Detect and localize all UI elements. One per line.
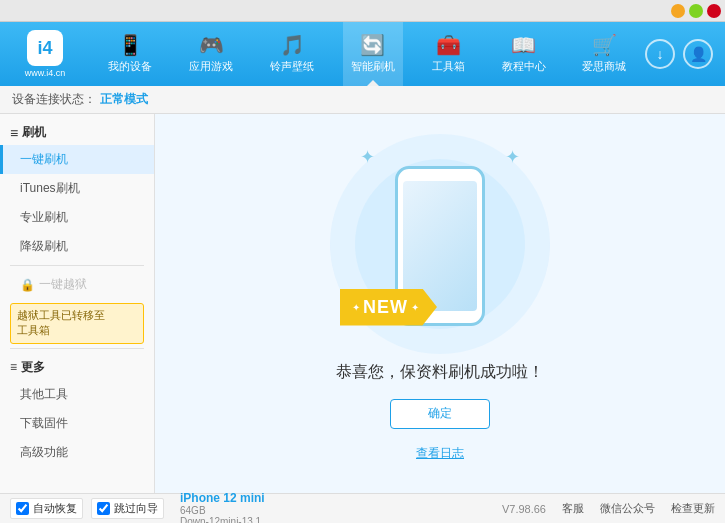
- nav-item-smart-flash[interactable]: 🔄 智能刷机: [343, 22, 403, 86]
- nav-label-apps-games: 应用游戏: [189, 59, 233, 74]
- nav-label-my-device: 我的设备: [108, 59, 152, 74]
- main-layout: ≡ 刷机 一键刷机 iTunes刷机 专业刷机 降级刷机 🔒 一键越狱 越狱工具…: [0, 114, 725, 493]
- bottom-left: 自动恢复 跳过向导 iPhone 12 mini 64GB Down-12min…: [10, 491, 265, 524]
- new-star-left: ✦: [352, 302, 360, 313]
- dot-tr: ✦: [505, 146, 520, 168]
- nav-item-ringtones[interactable]: 🎵 铃声壁纸: [262, 22, 322, 86]
- sidebar-item-itunes-flash[interactable]: iTunes刷机: [0, 174, 154, 203]
- nav-item-store[interactable]: 🛒 爱思商城: [574, 22, 634, 86]
- sidebar-item-download-firmware[interactable]: 下载固件: [0, 409, 154, 438]
- sidebar-item-pro-flash[interactable]: 专业刷机: [0, 203, 154, 232]
- logo-icon: i4: [27, 30, 63, 66]
- logo-area: i4 www.i4.cn: [0, 30, 90, 78]
- user-button[interactable]: 👤: [683, 39, 713, 69]
- minimize-button[interactable]: [671, 4, 685, 18]
- version-text: V7.98.66: [502, 503, 546, 515]
- status-bar: 设备连接状态： 正常模式: [0, 86, 725, 114]
- new-ribbon: ✦ NEW ✦: [340, 289, 437, 326]
- my-device-icon: 📱: [118, 35, 143, 55]
- auto-restore-label: 自动恢复: [33, 501, 77, 516]
- support-link[interactable]: 客服: [562, 501, 584, 516]
- nav-item-toolbox[interactable]: 🧰 工具箱: [424, 22, 473, 86]
- dot-tl: ✦: [360, 146, 375, 168]
- jailbreak-label: 一键越狱: [39, 276, 87, 293]
- close-button[interactable]: [707, 4, 721, 18]
- lock-icon: 🔒: [20, 278, 35, 292]
- confirm-button[interactable]: 确定: [390, 399, 490, 429]
- ringtones-icon: 🎵: [280, 35, 305, 55]
- store-icon: 🛒: [592, 35, 617, 55]
- nav-right: ↓ 👤: [645, 39, 725, 69]
- device-version: Down-12mini-13,1: [180, 516, 265, 524]
- nav-label-store: 爱思商城: [582, 59, 626, 74]
- goto-log-link[interactable]: 查看日志: [416, 445, 464, 462]
- success-message: 恭喜您，保资料刷机成功啦！: [336, 362, 544, 383]
- itunes-flash-label: iTunes刷机: [20, 181, 80, 195]
- bottom-right: V7.98.66 客服 微信公众号 检查更新: [502, 501, 715, 516]
- logo-symbol: i4: [37, 38, 52, 59]
- wechat-link[interactable]: 微信公众号: [600, 501, 655, 516]
- skip-wizard-checkbox[interactable]: [97, 502, 110, 515]
- status-value: 正常模式: [100, 91, 148, 108]
- flash-section-icon: ≡: [10, 125, 18, 141]
- maximize-button[interactable]: [689, 4, 703, 18]
- pro-flash-label: 专业刷机: [20, 210, 68, 224]
- update-link[interactable]: 检查更新: [671, 501, 715, 516]
- nav-item-apps-games[interactable]: 🎮 应用游戏: [181, 22, 241, 86]
- more-section-icon: ≡: [10, 360, 17, 374]
- new-badge-text: NEW: [363, 297, 408, 318]
- device-storage: 64GB: [180, 505, 265, 516]
- content-area: ✦ ✦ ✦ NEW ✦ 恭喜您，保资料刷机成功啦！ 确定 查看日志: [155, 114, 725, 493]
- smart-flash-icon: 🔄: [360, 35, 385, 55]
- nav-label-ringtones: 铃声壁纸: [270, 59, 314, 74]
- bottom-bar: 自动恢复 跳过向导 iPhone 12 mini 64GB Down-12min…: [0, 493, 725, 523]
- sidebar-item-downgrade-flash[interactable]: 降级刷机: [0, 232, 154, 261]
- sidebar-item-jailbreak: 🔒 一键越狱: [0, 270, 154, 299]
- nav-item-tutorial[interactable]: 📖 教程中心: [494, 22, 554, 86]
- sidebar-item-other-tools[interactable]: 其他工具: [0, 380, 154, 409]
- sidebar-divider-2: [10, 348, 144, 349]
- download-firmware-label: 下载固件: [20, 416, 68, 430]
- download-button[interactable]: ↓: [645, 39, 675, 69]
- nav-items: 📱 我的设备 🎮 应用游戏 🎵 铃声壁纸 🔄 智能刷机 🧰 工具箱 📖 教程中心…: [90, 22, 645, 86]
- more-section-label: 更多: [21, 359, 45, 376]
- top-nav: i4 www.i4.cn 📱 我的设备 🎮 应用游戏 🎵 铃声壁纸 🔄 智能刷机…: [0, 22, 725, 86]
- logo-text: www.i4.cn: [25, 68, 66, 78]
- apps-games-icon: 🎮: [199, 35, 224, 55]
- downgrade-flash-label: 降级刷机: [20, 239, 68, 253]
- sidebar-section-more: ≡ 更多: [0, 353, 154, 380]
- sidebar-divider-1: [10, 265, 144, 266]
- status-label: 设备连接状态：: [12, 91, 96, 108]
- one-click-flash-label: 一键刷机: [20, 152, 68, 166]
- nav-label-toolbox: 工具箱: [432, 59, 465, 74]
- nav-item-my-device[interactable]: 📱 我的设备: [100, 22, 160, 86]
- auto-restore-checkbox[interactable]: [16, 502, 29, 515]
- sidebar-item-advanced[interactable]: 高级功能: [0, 438, 154, 467]
- sidebar-item-one-click-flash[interactable]: 一键刷机: [0, 145, 154, 174]
- sidebar-note: 越狱工具已转移至工具箱: [10, 303, 144, 344]
- toolbox-icon: 🧰: [436, 35, 461, 55]
- other-tools-label: 其他工具: [20, 387, 68, 401]
- skip-wizard-group: 跳过向导: [91, 498, 164, 519]
- flash-section-label: 刷机: [22, 124, 46, 141]
- new-star-right: ✦: [411, 302, 419, 313]
- device-info: iPhone 12 mini 64GB Down-12mini-13,1: [180, 491, 265, 524]
- skip-wizard-label: 跳过向导: [114, 501, 158, 516]
- nav-label-tutorial: 教程中心: [502, 59, 546, 74]
- advanced-label: 高级功能: [20, 445, 68, 459]
- auto-restore-group: 自动恢复: [10, 498, 83, 519]
- title-bar: [0, 0, 725, 22]
- sidebar: ≡ 刷机 一键刷机 iTunes刷机 专业刷机 降级刷机 🔒 一键越狱 越狱工具…: [0, 114, 155, 493]
- sidebar-section-flash: ≡ 刷机: [0, 118, 154, 145]
- phone-illustration: ✦ ✦ ✦ NEW ✦: [350, 146, 530, 346]
- nav-label-smart-flash: 智能刷机: [351, 59, 395, 74]
- note-text: 越狱工具已转移至工具箱: [17, 309, 105, 336]
- tutorial-icon: 📖: [511, 35, 536, 55]
